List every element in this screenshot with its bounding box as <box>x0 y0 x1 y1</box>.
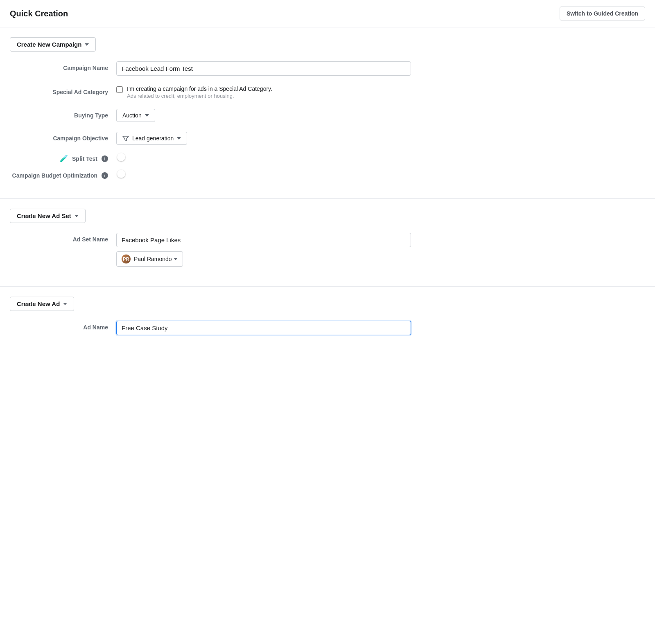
split-test-row: 🧪 Split Test i <box>10 155 645 162</box>
create-new-campaign-label: Create New Campaign <box>17 41 81 48</box>
campaign-objective-row: Campaign Objective Lead generation <box>10 132 645 145</box>
avatar: PR <box>122 254 131 263</box>
ad-name-row: Ad Name <box>10 321 645 335</box>
campaign-name-row: Campaign Name <box>10 61 645 76</box>
page-header: Quick Creation Switch to Guided Creation <box>0 0 655 27</box>
special-ad-category-subtext: Ads related to credit, employment or hou… <box>127 93 272 99</box>
special-ad-category-content: I'm creating a campaign for ads in a Spe… <box>116 86 411 99</box>
ad-section: Create New Ad Ad Name <box>0 287 655 355</box>
ad-set-section: Create New Ad Set Ad Set Name PR Paul Ra… <box>0 199 655 287</box>
switch-to-guided-button[interactable]: Switch to Guided Creation <box>560 7 645 20</box>
ad-set-name-input[interactable] <box>116 233 411 247</box>
create-new-campaign-button[interactable]: Create New Campaign <box>10 37 96 52</box>
create-new-ad-label: Create New Ad <box>17 300 60 307</box>
special-ad-category-label: Special Ad Category <box>10 86 116 95</box>
campaign-name-content <box>116 61 411 76</box>
campaign-budget-content <box>116 172 411 179</box>
campaign-name-input[interactable] <box>116 61 411 76</box>
ad-chevron-icon <box>63 303 67 305</box>
ad-name-input[interactable] <box>116 321 411 335</box>
buying-type-chevron-icon <box>145 114 149 117</box>
page-selector-dropdown[interactable]: PR Paul Ramondo <box>116 251 183 267</box>
special-ad-category-text: I'm creating a campaign for ads in a Spe… <box>127 86 272 92</box>
campaign-objective-chevron-icon <box>177 137 181 140</box>
buying-type-value: Auction <box>122 112 142 119</box>
buying-type-label: Buying Type <box>10 109 116 119</box>
campaign-objective-content: Lead generation <box>116 132 411 145</box>
special-ad-checkbox-row: I'm creating a campaign for ads in a Spe… <box>116 86 411 99</box>
avatar-image: PR <box>122 254 131 263</box>
ad-set-name-row: Ad Set Name PR Paul Ramondo <box>10 233 645 267</box>
campaign-budget-optimization-label: Campaign Budget Optimization <box>12 172 97 179</box>
campaign-objective-value: Lead generation <box>132 135 174 142</box>
page-title: Quick Creation <box>10 9 68 18</box>
campaign-name-label: Campaign Name <box>10 61 116 71</box>
person-name-label: Paul Ramondo <box>134 256 172 262</box>
split-test-content <box>116 155 411 162</box>
campaign-budget-info-icon[interactable]: i <box>102 172 108 179</box>
split-test-info-icon[interactable]: i <box>102 155 108 162</box>
ad-set-name-content: PR Paul Ramondo <box>116 233 411 267</box>
ad-set-chevron-icon <box>75 215 79 217</box>
create-new-ad-set-label: Create New Ad Set <box>17 212 71 219</box>
split-test-label: Split Test <box>72 155 97 162</box>
special-ad-category-text-block: I'm creating a campaign for ads in a Spe… <box>127 86 272 99</box>
buying-type-dropdown[interactable]: Auction <box>116 109 155 122</box>
ad-set-name-label: Ad Set Name <box>10 233 116 243</box>
special-ad-category-row: Special Ad Category I'm creating a campa… <box>10 86 645 99</box>
beaker-icon: 🧪 <box>60 155 68 162</box>
special-ad-category-checkbox[interactable] <box>116 86 123 93</box>
campaign-section: Create New Campaign Campaign Name Specia… <box>0 27 655 199</box>
ad-name-content <box>116 321 411 335</box>
ad-name-label: Ad Name <box>10 321 116 331</box>
create-new-ad-set-button[interactable]: Create New Ad Set <box>10 209 86 223</box>
campaign-budget-optimization-row: Campaign Budget Optimization i <box>10 172 645 179</box>
campaign-objective-dropdown[interactable]: Lead generation <box>116 132 187 145</box>
buying-type-content: Auction <box>116 109 411 122</box>
person-chevron-icon <box>174 258 178 260</box>
filter-icon <box>122 135 129 142</box>
split-test-label-area: 🧪 Split Test i <box>10 155 116 162</box>
buying-type-row: Buying Type Auction <box>10 109 645 122</box>
campaign-budget-label-area: Campaign Budget Optimization i <box>10 172 116 179</box>
campaign-objective-label: Campaign Objective <box>10 132 116 142</box>
chevron-down-icon <box>85 43 89 46</box>
create-new-ad-button[interactable]: Create New Ad <box>10 297 74 311</box>
